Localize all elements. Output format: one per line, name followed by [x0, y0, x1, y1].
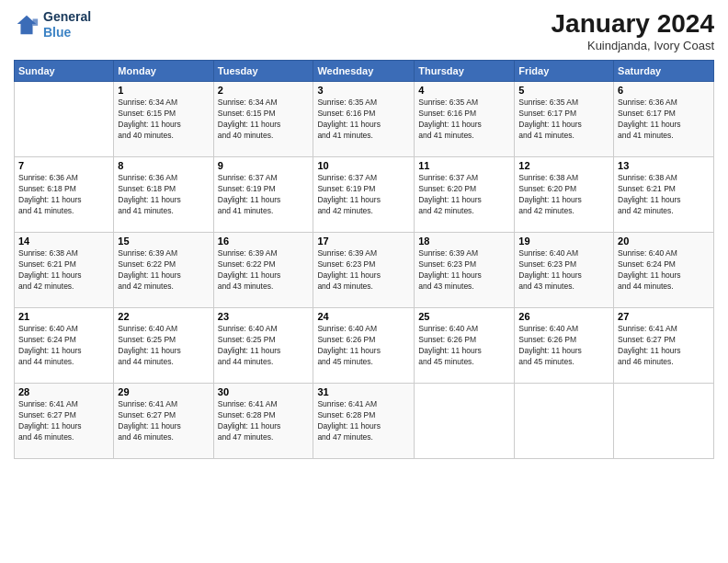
day-info: Sunrise: 6:40 AMSunset: 6:26 PMDaylight:…: [418, 324, 510, 368]
week-row-2: 7Sunrise: 6:36 AMSunset: 6:18 PMDaylight…: [15, 157, 714, 233]
day-number: 22: [118, 311, 209, 322]
day-info: Sunrise: 6:39 AMSunset: 6:22 PMDaylight:…: [118, 248, 209, 293]
week-row-1: 1Sunrise: 6:34 AMSunset: 6:15 PMDaylight…: [15, 82, 714, 157]
day-info: Sunrise: 6:38 AMSunset: 6:21 PMDaylight:…: [618, 173, 710, 217]
day-number: 23: [218, 311, 310, 322]
calendar-cell: [415, 384, 515, 459]
day-number: 24: [317, 311, 410, 322]
calendar-cell: 4Sunrise: 6:35 AMSunset: 6:16 PMDaylight…: [415, 82, 515, 157]
day-number: 10: [317, 160, 410, 171]
weekday-header-wednesday: Wednesday: [313, 61, 415, 82]
day-info: Sunrise: 6:40 AMSunset: 6:26 PMDaylight:…: [317, 324, 410, 368]
day-info: Sunrise: 6:41 AMSunset: 6:27 PMDaylight:…: [18, 399, 109, 443]
day-number: 31: [317, 386, 410, 397]
calendar-cell: 29Sunrise: 6:41 AMSunset: 6:27 PMDayligh…: [114, 384, 213, 459]
day-info: Sunrise: 6:37 AMSunset: 6:19 PMDaylight:…: [317, 173, 410, 217]
calendar-cell: 27Sunrise: 6:41 AMSunset: 6:27 PMDayligh…: [614, 308, 714, 384]
calendar-cell: [515, 384, 614, 459]
day-info: Sunrise: 6:38 AMSunset: 6:20 PMDaylight:…: [518, 173, 609, 217]
day-number: 18: [418, 236, 510, 247]
calendar-cell: 14Sunrise: 6:38 AMSunset: 6:21 PMDayligh…: [15, 233, 114, 308]
day-number: 1: [118, 85, 209, 96]
day-number: 17: [317, 236, 410, 247]
calendar-cell: 10Sunrise: 6:37 AMSunset: 6:19 PMDayligh…: [313, 157, 415, 233]
calendar-cell: 25Sunrise: 6:40 AMSunset: 6:26 PMDayligh…: [415, 308, 515, 384]
day-info: Sunrise: 6:37 AMSunset: 6:19 PMDaylight:…: [218, 173, 310, 217]
calendar-cell: 21Sunrise: 6:40 AMSunset: 6:24 PMDayligh…: [15, 308, 114, 384]
day-number: 9: [218, 160, 310, 171]
calendar-cell: 17Sunrise: 6:39 AMSunset: 6:23 PMDayligh…: [313, 233, 415, 308]
calendar-cell: 7Sunrise: 6:36 AMSunset: 6:18 PMDaylight…: [15, 157, 114, 233]
day-info: Sunrise: 6:35 AMSunset: 6:16 PMDaylight:…: [418, 98, 510, 142]
day-info: Sunrise: 6:41 AMSunset: 6:28 PMDaylight:…: [317, 399, 410, 443]
calendar-cell: 8Sunrise: 6:36 AMSunset: 6:18 PMDaylight…: [114, 157, 213, 233]
day-number: 7: [18, 160, 109, 171]
calendar-cell: 31Sunrise: 6:41 AMSunset: 6:28 PMDayligh…: [313, 384, 415, 459]
calendar-cell: 22Sunrise: 6:40 AMSunset: 6:25 PMDayligh…: [114, 308, 213, 384]
weekday-header-saturday: Saturday: [614, 61, 714, 82]
title-block: January 2024 Kuindjanda, Ivory Coast: [552, 9, 714, 52]
day-info: Sunrise: 6:40 AMSunset: 6:25 PMDaylight:…: [218, 324, 310, 368]
day-info: Sunrise: 6:41 AMSunset: 6:28 PMDaylight:…: [218, 399, 310, 443]
calendar-cell: 23Sunrise: 6:40 AMSunset: 6:25 PMDayligh…: [213, 308, 313, 384]
day-number: 27: [618, 311, 710, 322]
day-info: Sunrise: 6:39 AMSunset: 6:23 PMDaylight:…: [418, 248, 510, 293]
day-number: 4: [418, 85, 510, 96]
calendar-cell: 16Sunrise: 6:39 AMSunset: 6:22 PMDayligh…: [213, 233, 313, 308]
day-number: 16: [218, 236, 310, 247]
day-info: Sunrise: 6:35 AMSunset: 6:17 PMDaylight:…: [518, 98, 609, 142]
day-number: 11: [418, 160, 510, 171]
calendar-cell: 19Sunrise: 6:40 AMSunset: 6:23 PMDayligh…: [515, 233, 614, 308]
day-number: 12: [518, 160, 609, 171]
day-number: 14: [18, 236, 109, 247]
header: General Blue January 2024 Kuindjanda, Iv…: [14, 9, 714, 52]
day-number: 25: [418, 311, 510, 322]
weekday-header-sunday: Sunday: [15, 61, 114, 82]
calendar-cell: 9Sunrise: 6:37 AMSunset: 6:19 PMDaylight…: [213, 157, 313, 233]
day-number: 5: [518, 85, 609, 96]
logo-icon: [14, 12, 40, 38]
day-number: 21: [18, 311, 109, 322]
calendar-page: General Blue January 2024 Kuindjanda, Iv…: [0, 0, 728, 563]
day-number: 6: [618, 85, 710, 96]
calendar-cell: 6Sunrise: 6:36 AMSunset: 6:17 PMDaylight…: [614, 82, 714, 157]
day-number: 20: [618, 236, 710, 247]
day-info: Sunrise: 6:40 AMSunset: 6:26 PMDaylight:…: [518, 324, 609, 368]
day-number: 26: [518, 311, 609, 322]
week-row-4: 21Sunrise: 6:40 AMSunset: 6:24 PMDayligh…: [15, 308, 714, 384]
day-info: Sunrise: 6:34 AMSunset: 6:15 PMDaylight:…: [118, 98, 209, 142]
day-info: Sunrise: 6:36 AMSunset: 6:18 PMDaylight:…: [118, 173, 209, 217]
calendar-cell: [614, 384, 714, 459]
weekday-header-monday: Monday: [114, 61, 213, 82]
day-number: 29: [118, 386, 209, 397]
day-info: Sunrise: 6:36 AMSunset: 6:18 PMDaylight:…: [18, 173, 109, 217]
day-info: Sunrise: 6:37 AMSunset: 6:20 PMDaylight:…: [418, 173, 510, 217]
calendar-body: 1Sunrise: 6:34 AMSunset: 6:15 PMDaylight…: [15, 82, 714, 459]
calendar-cell: 5Sunrise: 6:35 AMSunset: 6:17 PMDaylight…: [515, 82, 614, 157]
day-info: Sunrise: 6:34 AMSunset: 6:15 PMDaylight:…: [218, 98, 310, 142]
day-number: 30: [218, 386, 310, 397]
weekday-header-friday: Friday: [515, 61, 614, 82]
calendar-cell: 3Sunrise: 6:35 AMSunset: 6:16 PMDaylight…: [313, 82, 415, 157]
day-info: Sunrise: 6:40 AMSunset: 6:24 PMDaylight:…: [18, 324, 109, 368]
day-number: 19: [518, 236, 609, 247]
weekday-header-thursday: Thursday: [415, 61, 515, 82]
day-info: Sunrise: 6:39 AMSunset: 6:22 PMDaylight:…: [218, 248, 310, 293]
calendar-cell: 24Sunrise: 6:40 AMSunset: 6:26 PMDayligh…: [313, 308, 415, 384]
svg-marker-1: [33, 18, 39, 25]
calendar-cell: 2Sunrise: 6:34 AMSunset: 6:15 PMDaylight…: [213, 82, 313, 157]
weekday-header-tuesday: Tuesday: [213, 61, 313, 82]
calendar-table: SundayMondayTuesdayWednesdayThursdayFrid…: [14, 60, 714, 459]
day-info: Sunrise: 6:40 AMSunset: 6:23 PMDaylight:…: [518, 248, 609, 293]
calendar-cell: 15Sunrise: 6:39 AMSunset: 6:22 PMDayligh…: [114, 233, 213, 308]
week-row-3: 14Sunrise: 6:38 AMSunset: 6:21 PMDayligh…: [15, 233, 714, 308]
calendar-cell: 30Sunrise: 6:41 AMSunset: 6:28 PMDayligh…: [213, 384, 313, 459]
day-number: 15: [118, 236, 209, 247]
day-info: Sunrise: 6:38 AMSunset: 6:21 PMDaylight:…: [18, 248, 109, 293]
calendar-cell: 1Sunrise: 6:34 AMSunset: 6:15 PMDaylight…: [114, 82, 213, 157]
day-info: Sunrise: 6:40 AMSunset: 6:25 PMDaylight:…: [118, 324, 209, 368]
calendar-cell: 11Sunrise: 6:37 AMSunset: 6:20 PMDayligh…: [415, 157, 515, 233]
calendar-cell: 13Sunrise: 6:38 AMSunset: 6:21 PMDayligh…: [614, 157, 714, 233]
calendar-cell: 18Sunrise: 6:39 AMSunset: 6:23 PMDayligh…: [415, 233, 515, 308]
week-row-5: 28Sunrise: 6:41 AMSunset: 6:27 PMDayligh…: [15, 384, 714, 459]
